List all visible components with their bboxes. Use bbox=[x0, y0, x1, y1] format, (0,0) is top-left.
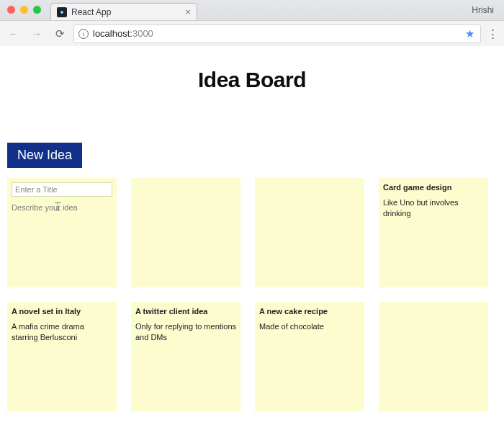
page-body: New Idea Describe your idea ⌶ Card game … bbox=[0, 143, 504, 411]
idea-card-title: A twitter client idea bbox=[135, 306, 236, 317]
idea-description-input[interactable]: Describe your idea bbox=[12, 202, 112, 213]
idea-card-empty[interactable] bbox=[379, 302, 488, 411]
idea-card-body: Only for replying to mentions and DMs bbox=[135, 321, 236, 343]
browser-tab[interactable]: React App × bbox=[50, 3, 197, 20]
idea-card-title: A novel set in Italy bbox=[12, 306, 112, 317]
idea-card[interactable]: A new cake recipe Made of chocolate bbox=[255, 302, 364, 411]
page-title: Idea Board bbox=[0, 68, 504, 92]
idea-grid: Describe your idea ⌶ Card game design Li… bbox=[7, 178, 497, 411]
idea-card-body: Made of chocolate bbox=[259, 321, 360, 332]
idea-card[interactable]: Card game design Like Uno but involves d… bbox=[379, 178, 488, 287]
window-minimize-button[interactable] bbox=[20, 6, 28, 14]
idea-card-title: Card game design bbox=[383, 182, 484, 193]
idea-card-body: Like Uno but involves drinking bbox=[383, 197, 484, 219]
idea-card-editing: Describe your idea ⌶ bbox=[7, 178, 117, 287]
idea-card[interactable]: A twitter client idea Only for replying … bbox=[131, 302, 240, 411]
browser-toolbar: ← → ⟳ i localhost:3000 ★ ⋮ bbox=[0, 20, 504, 46]
reload-button[interactable]: ⟳ bbox=[50, 24, 69, 43]
url-host: localhost: bbox=[93, 28, 132, 39]
idea-card-body: A mafia crime drama starring Berlusconi bbox=[12, 321, 112, 343]
forward-button[interactable]: → bbox=[27, 24, 46, 43]
back-button[interactable]: ← bbox=[4, 24, 23, 43]
page-viewport: Idea Board New Idea Describe your idea ⌶… bbox=[0, 46, 504, 433]
url-port: 3000 bbox=[132, 28, 153, 39]
window-close-button[interactable] bbox=[7, 6, 15, 14]
idea-title-input[interactable] bbox=[12, 182, 112, 197]
address-bar[interactable]: i localhost:3000 ★ bbox=[73, 24, 481, 43]
window-controls bbox=[7, 6, 41, 14]
idea-card-title: A new cake recipe bbox=[259, 306, 360, 317]
new-idea-button[interactable]: New Idea bbox=[7, 143, 82, 168]
idea-card[interactable]: A novel set in Italy A mafia crime drama… bbox=[7, 302, 117, 411]
browser-chrome: Hrishi React App × ← → ⟳ i localhost:300… bbox=[0, 0, 504, 46]
tab-close-icon[interactable]: × bbox=[185, 7, 191, 17]
idea-card-empty[interactable] bbox=[255, 178, 364, 287]
url-text: localhost:3000 bbox=[93, 28, 153, 39]
bookmark-star-icon[interactable]: ★ bbox=[465, 27, 474, 40]
browser-tab-title: React App bbox=[71, 7, 181, 17]
site-info-icon[interactable]: i bbox=[78, 29, 89, 39]
window-zoom-button[interactable] bbox=[33, 6, 41, 14]
browser-profile-name: Hrishi bbox=[472, 5, 494, 15]
browser-menu-icon[interactable]: ⋮ bbox=[485, 27, 500, 40]
idea-card-empty[interactable] bbox=[131, 178, 240, 287]
react-favicon-icon bbox=[57, 7, 67, 17]
